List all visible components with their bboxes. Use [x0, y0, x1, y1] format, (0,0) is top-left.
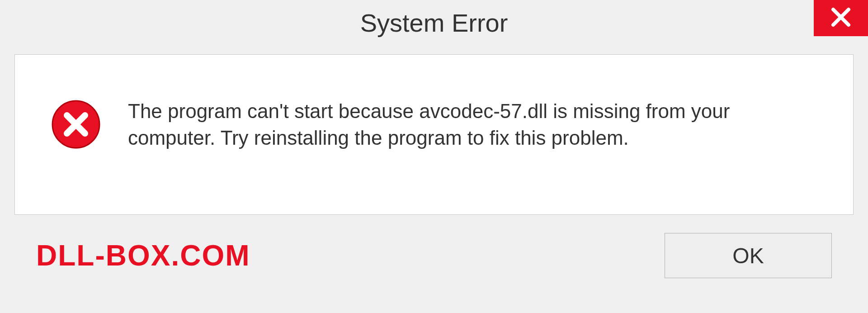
error-message: The program can't start because avcodec-… — [128, 98, 817, 152]
error-icon — [51, 100, 101, 149]
ok-button-label: OK — [732, 243, 764, 268]
close-button[interactable] — [814, 0, 868, 36]
content-panel: The program can't start because avcodec-… — [14, 54, 854, 215]
footer-bar: DLL-BOX.COM OK — [0, 215, 868, 278]
watermark-text: DLL-BOX.COM — [36, 239, 250, 272]
close-icon — [830, 6, 852, 30]
dialog-title: System Error — [360, 8, 508, 38]
title-bar: System Error — [0, 0, 868, 45]
ok-button[interactable]: OK — [665, 233, 832, 278]
